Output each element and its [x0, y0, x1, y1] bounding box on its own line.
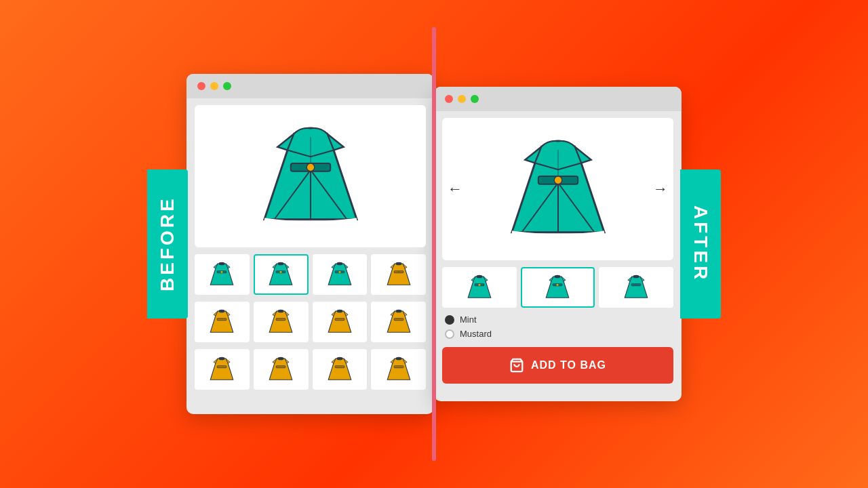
svg-point-28 [219, 357, 225, 361]
color-option-mustard[interactable]: Mustard [445, 329, 671, 339]
after-thumb-mint-2[interactable] [521, 267, 595, 308]
color-option-mint[interactable]: Mint [445, 314, 671, 325]
before-dress-svg [256, 114, 365, 239]
before-thumbnails-row3 [195, 349, 426, 390]
svg-point-20 [219, 310, 225, 313]
svg-rect-25 [394, 319, 403, 321]
dot-red [197, 82, 205, 90]
svg-point-18 [395, 262, 401, 266]
after-thumb-mint-3[interactable] [599, 267, 673, 308]
before-after-divider [432, 27, 436, 461]
svg-point-9 [219, 262, 225, 266]
bag-icon [509, 358, 524, 373]
svg-rect-19 [218, 319, 227, 321]
svg-point-49 [633, 275, 639, 279]
thumb-mustard-4[interactable] [313, 302, 368, 342]
color-dot-mustard [445, 329, 454, 339]
svg-point-43 [478, 284, 480, 286]
before-thumbnails-row2 [195, 302, 426, 342]
svg-point-11 [280, 271, 282, 273]
thumb-mustard-1[interactable] [371, 254, 426, 295]
svg-rect-29 [276, 366, 285, 368]
thumb-mustard-2[interactable] [195, 302, 250, 342]
add-to-bag-button[interactable]: ADD TO BAG [442, 347, 673, 384]
color-options: Mint Mustard [442, 314, 673, 339]
svg-point-46 [557, 284, 559, 286]
svg-point-17 [397, 271, 399, 273]
svg-point-8 [221, 271, 223, 273]
color-label-mustard: Mustard [460, 329, 492, 339]
before-product-image [195, 105, 426, 247]
svg-point-14 [338, 271, 340, 273]
thumb-mustard-8[interactable] [313, 349, 368, 390]
dot-yellow-after [458, 95, 466, 103]
thumb-mint-2[interactable] [254, 254, 309, 295]
prev-arrow[interactable]: ← [448, 180, 462, 198]
svg-point-34 [395, 357, 401, 361]
before-window [186, 74, 434, 414]
dot-green [223, 82, 231, 90]
dot-red-after [445, 95, 453, 103]
after-window: ← → [434, 87, 682, 401]
thumb-mustard-3[interactable] [254, 302, 309, 342]
svg-rect-48 [631, 284, 641, 286]
color-label-mint: Mint [460, 314, 477, 325]
svg-point-30 [278, 357, 284, 361]
svg-point-47 [555, 275, 561, 279]
before-label: BEFORE [147, 169, 188, 319]
thumb-mustard-7[interactable] [254, 349, 309, 390]
svg-point-26 [395, 310, 401, 313]
thumb-mustard-5[interactable] [371, 302, 426, 342]
svg-rect-21 [276, 319, 285, 321]
after-content: ← → [434, 111, 682, 390]
svg-point-44 [476, 275, 482, 279]
svg-point-22 [278, 310, 284, 313]
nav-arrows: ← → [442, 180, 673, 198]
thumb-mustard-6[interactable] [195, 349, 250, 390]
after-product-image: ← → [442, 118, 673, 260]
after-thumbnails [442, 267, 673, 308]
thumb-mustard-9[interactable] [371, 349, 426, 390]
svg-point-15 [336, 262, 342, 266]
before-titlebar [186, 74, 434, 98]
before-thumbnails-row1 [195, 254, 426, 295]
next-arrow[interactable]: → [653, 180, 668, 198]
svg-rect-27 [218, 366, 227, 368]
svg-point-24 [336, 310, 342, 313]
after-titlebar [434, 87, 682, 111]
color-dot-mint [445, 315, 454, 325]
dot-green-after [471, 95, 479, 103]
after-label: AFTER [680, 169, 721, 319]
add-to-bag-label: ADD TO BAG [531, 359, 606, 371]
before-content [186, 98, 434, 403]
svg-rect-33 [394, 366, 403, 368]
svg-point-4 [307, 163, 315, 171]
dot-yellow [210, 82, 218, 90]
svg-point-32 [336, 357, 342, 361]
thumb-mint-1[interactable] [195, 254, 250, 295]
svg-rect-31 [335, 366, 344, 368]
after-thumb-mint-1[interactable] [442, 267, 517, 308]
thumb-mint-3[interactable] [313, 254, 368, 295]
svg-rect-23 [335, 319, 344, 321]
main-container: BEFORE [147, 27, 721, 461]
svg-point-12 [278, 262, 284, 266]
